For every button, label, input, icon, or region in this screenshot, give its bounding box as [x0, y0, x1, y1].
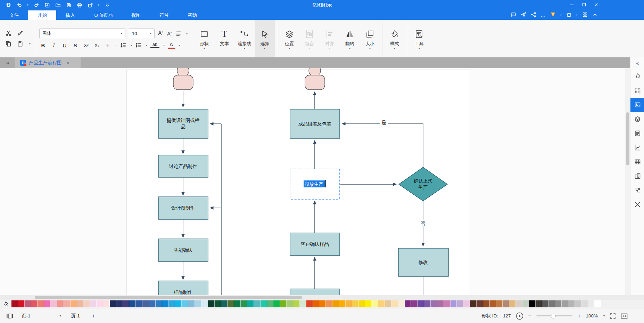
color-swatch[interactable]	[123, 300, 130, 307]
color-swatch[interactable]	[71, 300, 77, 307]
color-swatch[interactable]	[97, 300, 103, 307]
color-swatch[interactable]	[195, 300, 201, 307]
color-swatch[interactable]	[588, 300, 595, 307]
feedback-icon[interactable]	[511, 12, 516, 19]
color-swatch[interactable]	[18, 300, 25, 307]
theme-dropdown[interactable]: ▾	[576, 14, 578, 17]
color-swatch[interactable]	[267, 300, 274, 307]
color-swatch[interactable]	[424, 300, 431, 307]
size-button[interactable]: 大小▾	[360, 20, 380, 57]
color-swatch[interactable]	[234, 300, 241, 307]
style-button[interactable]: 样式▾	[385, 20, 405, 57]
color-swatch[interactable]	[182, 300, 188, 307]
node-modify[interactable]: 修改	[398, 248, 448, 276]
sidebar-style-panel-button[interactable]	[630, 69, 644, 83]
color-swatch[interactable]	[25, 300, 31, 307]
color-swatch[interactable]	[90, 300, 97, 307]
color-swatch[interactable]	[83, 300, 90, 307]
page-dropdown-caret[interactable]: ▾	[60, 314, 61, 317]
color-swatch[interactable]	[398, 300, 405, 307]
customize-toolbar-button[interactable]	[104, 2, 110, 8]
color-swatch[interactable]	[503, 300, 509, 307]
color-swatch[interactable]	[555, 300, 562, 307]
minimize-button[interactable]	[570, 2, 574, 8]
color-swatch[interactable]	[254, 300, 261, 307]
menu-tab-file[interactable]: 文件	[0, 10, 28, 20]
color-swatch[interactable]	[470, 300, 477, 307]
color-swatch[interactable]	[149, 300, 156, 307]
subscript-button[interactable]: X₂	[93, 43, 101, 48]
character-spacing-button[interactable]: ab	[150, 42, 159, 48]
color-swatch[interactable]	[188, 300, 195, 307]
paste-dropdown[interactable]: ▾	[29, 42, 31, 46]
zoom-value[interactable]: 100%	[586, 313, 598, 318]
cut-button[interactable]	[5, 30, 12, 37]
color-swatch[interactable]	[339, 300, 346, 307]
document-tab[interactable]: Ɖ 产品生产流程图 ×	[15, 57, 81, 68]
color-swatch[interactable]	[352, 300, 359, 307]
zoom-slider-thumb[interactable]	[551, 314, 556, 318]
font-family-select[interactable]: 黑体▾	[39, 29, 125, 38]
color-swatch[interactable]	[405, 300, 411, 307]
color-swatch[interactable]	[575, 300, 581, 307]
strikethrough-button[interactable]: S	[72, 42, 79, 48]
color-swatch[interactable]	[57, 300, 64, 307]
zoom-out-button[interactable]: −	[528, 313, 532, 320]
drawing-canvas[interactable]: 提供设计图或样 品 讨论产品制作 设计图制作 功能确认 样品制作 成品组装及包装…	[0, 68, 625, 295]
line-spacing-button[interactable]	[120, 42, 127, 49]
color-swatch[interactable]	[457, 300, 463, 307]
color-swatch[interactable]	[64, 300, 71, 307]
color-swatch[interactable]	[175, 300, 182, 307]
color-swatch[interactable]	[273, 300, 280, 307]
edge-label-no[interactable]: 否	[419, 220, 427, 226]
node-bottom-partial[interactable]	[290, 289, 340, 295]
menu-tab-view[interactable]: 视图	[122, 10, 150, 20]
zoom-slider[interactable]	[536, 315, 572, 316]
color-swatch[interactable]	[142, 300, 149, 307]
underline-button[interactable]: U	[61, 42, 68, 48]
new-document-button[interactable]	[44, 2, 50, 8]
node-produce-editing[interactable]: 投放生产	[290, 169, 340, 199]
more-options[interactable]: ...	[541, 13, 546, 18]
color-swatch[interactable]	[536, 300, 542, 307]
font-color-button[interactable]: A	[168, 42, 175, 49]
color-swatch[interactable]	[110, 300, 116, 307]
select-tool-button[interactable]: 选择▾	[255, 20, 275, 57]
tools-button[interactable]: 工具▾	[409, 20, 429, 57]
page-dropdown[interactable]: 页-1	[22, 313, 31, 319]
undo-dropdown[interactable]: ▾	[27, 4, 28, 7]
sidebar-symbol-library-button[interactable]	[630, 83, 644, 98]
color-swatch[interactable]	[463, 300, 470, 307]
horizontal-scrollbar[interactable]	[0, 295, 625, 300]
page-preview-icon[interactable]	[6, 313, 13, 319]
horizontal-scrollbar-thumb[interactable]	[35, 296, 302, 299]
color-swatch[interactable]	[359, 300, 365, 307]
color-swatch[interactable]	[261, 300, 267, 307]
color-swatch[interactable]	[293, 300, 300, 307]
sidebar-notes-panel-button[interactable]	[630, 126, 644, 140]
decrease-font-button[interactable]: A-	[167, 31, 172, 37]
color-swatch[interactable]	[477, 300, 483, 307]
text-align-button[interactable]	[175, 30, 182, 37]
color-swatch[interactable]	[378, 300, 385, 307]
vertical-scrollbar[interactable]	[625, 68, 630, 295]
fit-to-width-button[interactable]	[621, 313, 628, 319]
node-design[interactable]: 设计图制作	[158, 197, 208, 219]
tab-expander-icon[interactable]: »	[0, 57, 15, 68]
node-provide[interactable]: 提供设计图或样 品	[158, 109, 208, 138]
color-swatch[interactable]	[300, 300, 306, 307]
fill-color-icon[interactable]	[0, 301, 11, 307]
open-file-button[interactable]	[55, 2, 61, 8]
superscript-button[interactable]: X²	[82, 43, 90, 48]
menu-tab-symbols[interactable]: 符号	[150, 10, 178, 20]
change-case-button[interactable]: T	[104, 42, 112, 48]
undo-button[interactable]	[16, 2, 22, 8]
vip-badge-icon[interactable]	[550, 12, 556, 19]
color-swatch[interactable]	[103, 300, 110, 307]
color-swatch[interactable]	[490, 300, 496, 307]
presentation-play-button[interactable]	[516, 312, 523, 320]
text-align-dropdown[interactable]: ▾	[186, 32, 188, 35]
bullet-list-button[interactable]	[135, 42, 142, 49]
color-swatch[interactable]	[562, 300, 568, 307]
color-swatch[interactable]	[418, 300, 424, 307]
